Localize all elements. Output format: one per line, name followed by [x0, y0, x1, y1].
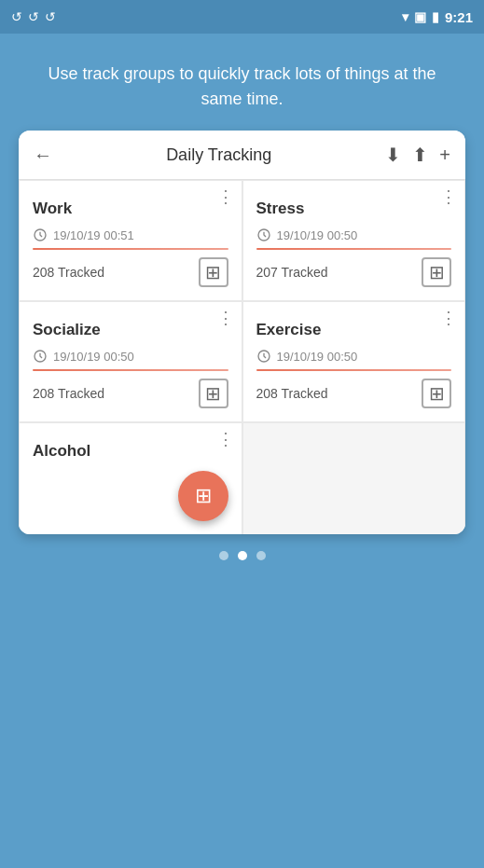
tracking-card: ← Daily Tracking ⬇ ⬆ + ⋮ Work 19/10/19 0…	[19, 131, 465, 534]
work-item: ⋮ Work 19/10/19 00:51 208 Tracked ⊞	[19, 180, 242, 301]
work-date: 19/10/19 00:51	[53, 228, 134, 242]
stress-title: Stress	[256, 200, 452, 218]
download-button[interactable]: ⬇	[385, 144, 401, 166]
status-bar: ↺ ↺ ↺ ▾ ▣ ▮ 9:21	[0, 0, 484, 34]
exercise-divider	[256, 369, 452, 371]
card-header: ← Daily Tracking ⬇ ⬆ +	[19, 131, 465, 180]
exercise-footer: 208 Tracked ⊞	[256, 379, 452, 408]
socialize-date-row: 19/10/19 00:50	[33, 349, 228, 364]
stress-date: 19/10/19 00:50	[277, 228, 358, 242]
work-clock-icon	[33, 227, 48, 242]
battery-icon: ▮	[432, 9, 439, 24]
stress-footer: 207 Tracked ⊞	[256, 257, 452, 287]
work-title: Work	[33, 200, 228, 218]
alcohol-title: Alcohol	[33, 442, 228, 461]
signal-icon: ▣	[414, 9, 426, 24]
refresh-icon-2: ↺	[28, 9, 39, 24]
fab-icon: ⊞	[195, 484, 212, 508]
work-add-icon: ⊞	[205, 263, 221, 282]
add-header-button[interactable]: +	[439, 145, 450, 166]
exercise-date-row: 19/10/19 00:50	[256, 349, 452, 364]
stress-date-row: 19/10/19 00:50	[256, 227, 452, 242]
exercise-menu-icon[interactable]: ⋮	[440, 310, 457, 326]
socialize-add-button[interactable]: ⊞	[199, 379, 228, 408]
refresh-icon-1: ↺	[11, 9, 22, 24]
socialize-item: ⋮ Socialize 19/10/19 00:50 208 Tracked ⊞	[19, 301, 242, 422]
wifi-icon: ▾	[402, 9, 408, 24]
socialize-tracked: 208 Tracked	[33, 386, 104, 401]
stress-add-icon: ⊞	[429, 263, 445, 282]
status-right-icons: ▾ ▣ ▮ 9:21	[402, 9, 473, 25]
socialize-menu-icon[interactable]: ⋮	[217, 310, 234, 326]
back-button[interactable]: ←	[34, 145, 52, 166]
dot-3[interactable]	[256, 551, 266, 560]
socialize-add-icon: ⊞	[205, 384, 221, 403]
work-menu-icon[interactable]: ⋮	[217, 188, 234, 205]
exercise-add-icon: ⊞	[429, 384, 445, 403]
stress-add-button[interactable]: ⊞	[422, 257, 451, 287]
work-date-row: 19/10/19 00:51	[33, 227, 228, 242]
socialize-date: 19/10/19 00:50	[53, 350, 134, 364]
dot-2[interactable]	[238, 551, 247, 560]
card-title: Daily Tracking	[63, 145, 374, 165]
exercise-item: ⋮ Exercise 19/10/19 00:50 208 Tracked ⊞	[242, 301, 466, 422]
alcohol-menu-icon[interactable]: ⋮	[217, 431, 234, 448]
socialize-clock-icon	[33, 349, 48, 364]
exercise-title: Exercise	[256, 321, 452, 339]
dot-navigation	[0, 551, 484, 560]
work-add-button[interactable]: ⊞	[199, 257, 228, 287]
items-grid: ⋮ Work 19/10/19 00:51 208 Tracked ⊞ ⋮ St…	[19, 180, 465, 534]
exercise-clock-icon	[256, 349, 271, 364]
work-divider	[33, 248, 228, 250]
socialize-divider	[33, 369, 228, 371]
clock: 9:21	[445, 9, 473, 25]
fab-button[interactable]: ⊞	[178, 471, 228, 521]
stress-menu-icon[interactable]: ⋮	[440, 188, 457, 205]
work-footer: 208 Tracked ⊞	[33, 257, 228, 287]
socialize-footer: 208 Tracked ⊞	[33, 379, 228, 408]
exercise-add-button[interactable]: ⊞	[422, 379, 451, 408]
stress-clock-icon	[256, 227, 271, 242]
exercise-tracked: 208 Tracked	[256, 386, 328, 401]
exercise-date: 19/10/19 00:50	[277, 350, 358, 364]
stress-tracked: 207 Tracked	[256, 265, 328, 280]
upload-button[interactable]: ⬆	[412, 144, 428, 166]
stress-divider	[256, 248, 452, 250]
status-icons: ↺ ↺ ↺	[11, 9, 56, 24]
empty-cell	[242, 422, 466, 534]
alcohol-item: ⋮ Alcohol ⊞	[19, 422, 242, 534]
stress-item: ⋮ Stress 19/10/19 00:50 207 Tracked ⊞	[242, 180, 466, 301]
refresh-icon-3: ↺	[45, 9, 56, 24]
intro-text: Use track groups to quickly track lots o…	[0, 34, 484, 131]
dot-1[interactable]	[219, 551, 228, 560]
work-tracked: 208 Tracked	[33, 265, 104, 280]
socialize-title: Socialize	[33, 321, 228, 339]
